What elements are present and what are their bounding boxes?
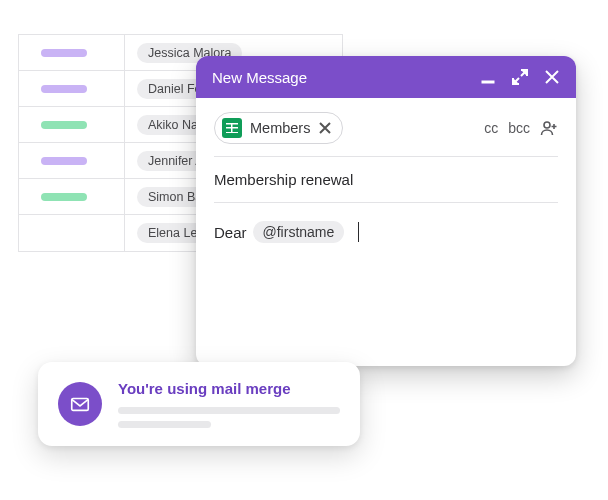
svg-rect-2 xyxy=(72,399,89,411)
recipient-chip-label: Members xyxy=(250,120,310,136)
compose-title: New Message xyxy=(212,69,480,86)
close-icon[interactable] xyxy=(544,69,560,85)
cc-button[interactable]: cc xyxy=(484,120,498,136)
notice-title: You're using mail merge xyxy=(118,380,340,397)
status-bar xyxy=(41,121,87,129)
remove-recipient-icon[interactable] xyxy=(318,121,332,135)
body-text: Dear xyxy=(214,224,247,241)
status-cell xyxy=(19,71,125,106)
recipients-row[interactable]: Members cc bcc xyxy=(214,112,558,157)
compose-header: New Message xyxy=(196,56,576,98)
bcc-button[interactable]: bcc xyxy=(508,120,530,136)
subject-field[interactable]: Membership renewal xyxy=(214,157,558,203)
svg-rect-0 xyxy=(482,81,494,83)
expand-icon[interactable] xyxy=(512,69,528,85)
minimize-icon[interactable] xyxy=(480,69,496,85)
placeholder-line xyxy=(118,421,211,428)
placeholder-line xyxy=(118,407,340,414)
status-cell xyxy=(19,215,125,251)
status-bar xyxy=(41,157,87,165)
mail-merge-notice: You're using mail merge xyxy=(38,362,360,446)
sheets-icon xyxy=(222,118,242,138)
status-bar xyxy=(41,193,87,201)
status-bar xyxy=(41,49,87,57)
add-contact-icon[interactable] xyxy=(540,119,558,137)
status-cell xyxy=(19,143,125,178)
mail-merge-icon xyxy=(58,382,102,426)
status-cell xyxy=(19,35,125,70)
status-bar xyxy=(41,85,87,93)
compose-window: New Message Members cc bcc Membership re… xyxy=(196,56,576,366)
svg-point-1 xyxy=(544,122,550,128)
merge-field-firstname[interactable]: @firstname xyxy=(253,221,345,243)
status-cell xyxy=(19,107,125,142)
text-cursor xyxy=(358,222,359,242)
recipient-chip-members[interactable]: Members xyxy=(214,112,343,144)
message-body[interactable]: Dear @firstname xyxy=(214,203,558,243)
status-cell xyxy=(19,179,125,214)
